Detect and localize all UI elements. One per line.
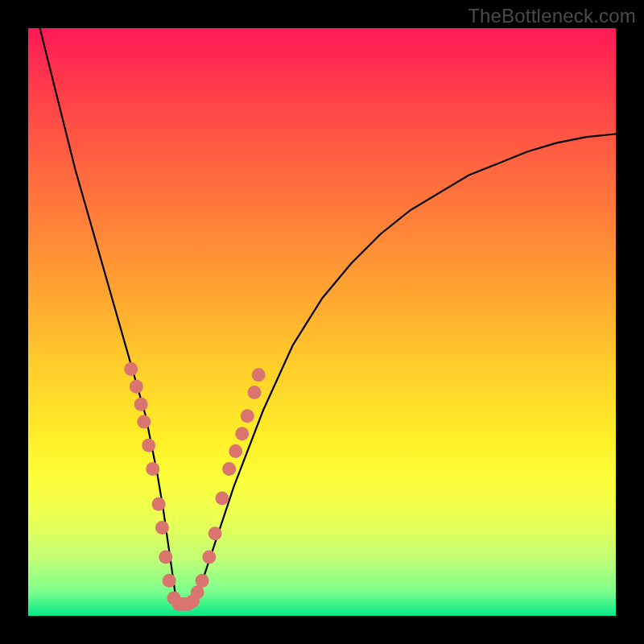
data-point <box>208 526 222 540</box>
data-point <box>134 398 148 411</box>
data-point <box>124 362 138 376</box>
data-point <box>248 386 262 399</box>
data-point <box>222 462 236 476</box>
data-point <box>196 574 209 588</box>
data-point <box>159 551 172 564</box>
data-point <box>155 521 169 535</box>
data-point <box>142 439 155 452</box>
data-point <box>191 585 204 599</box>
data-point <box>241 409 254 423</box>
data-point <box>146 462 159 476</box>
plot-area <box>28 28 616 616</box>
curve-layer <box>28 28 616 616</box>
data-point <box>235 427 249 440</box>
data-point <box>137 415 151 429</box>
data-point <box>152 497 166 511</box>
data-point <box>252 368 266 382</box>
watermark-text: TheBottleneck.com <box>468 5 636 27</box>
bottleneck-curve <box>40 28 616 604</box>
chart-frame: TheBottleneck.com <box>0 0 644 644</box>
data-point <box>229 444 242 458</box>
data-point <box>130 380 143 394</box>
data-point <box>215 492 229 506</box>
data-point <box>202 551 216 564</box>
data-point <box>163 574 176 588</box>
